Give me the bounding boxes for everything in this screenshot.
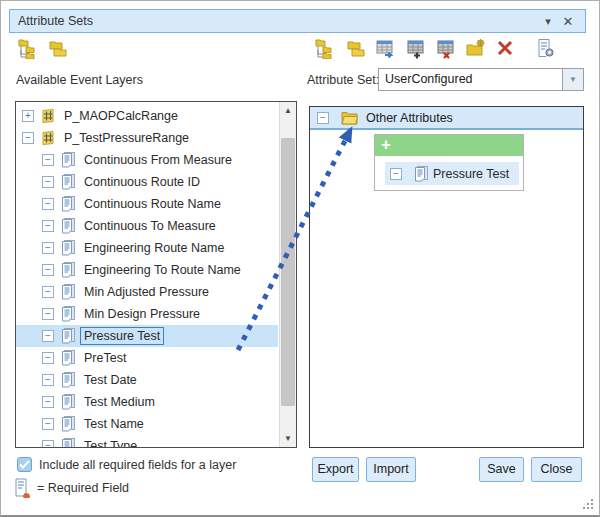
tree-item-label: Min Design Pressure (81, 306, 203, 322)
tree-item-continuous-route-name[interactable]: −Continuous Route Name (16, 193, 278, 215)
attribute-set-value: UserConfigured (379, 69, 562, 90)
tree-item-test-name[interactable]: −Test Name (16, 413, 278, 435)
collapse-icon[interactable]: − (42, 220, 54, 232)
tree-item-label: Min Adjusted Pressure (81, 284, 212, 300)
field-icon (60, 284, 76, 300)
folder-settings-button[interactable] (463, 38, 487, 62)
open-folder-icon (341, 110, 358, 125)
table-remove-icon (435, 38, 456, 63)
folder-settings-icon (465, 38, 486, 63)
export-table-button[interactable] (373, 38, 397, 62)
scroll-down-icon[interactable]: ▼ (280, 430, 296, 447)
include-required-fields-label: Include all required fields for a layer (39, 458, 236, 472)
field-icon (60, 416, 76, 432)
collapse-icon[interactable]: − (42, 418, 54, 430)
attribute-sets-dialog: Attribute Sets ▾ ✕ Available Event Layer… (0, 0, 600, 517)
collapse-icon[interactable]: − (42, 286, 54, 298)
tree-item-label: Continuous Route Name (81, 196, 224, 212)
collapse-icon[interactable]: − (22, 132, 34, 144)
collapse-icon[interactable]: − (42, 154, 54, 166)
add-table-button[interactable] (403, 38, 427, 62)
minimize-icon[interactable]: ▾ (539, 12, 557, 30)
other-attributes-label: Other Attributes (363, 110, 456, 126)
collapse-icon[interactable]: − (42, 352, 54, 364)
tree-item-label: Engineering To Route Name (81, 262, 244, 278)
tree-item-continuous-from-measure[interactable]: −Continuous From Measure (16, 149, 278, 171)
expand-layer-tree-button[interactable] (16, 38, 40, 62)
export-button[interactable]: Export (312, 457, 359, 482)
tree-item-pretest[interactable]: −PreTest (16, 347, 278, 369)
required-field-icon (14, 478, 32, 498)
delete-button[interactable] (493, 38, 517, 62)
expand-icon[interactable]: + (22, 110, 34, 122)
table-add-icon (405, 38, 426, 63)
collapse-icon[interactable]: − (317, 112, 329, 124)
remove-table-button[interactable] (433, 38, 457, 62)
field-icon (413, 166, 429, 182)
include-required-fields-checkbox[interactable] (17, 457, 32, 472)
other-attributes-node[interactable]: − Other Attributes (310, 107, 583, 130)
open-folders-icon (46, 38, 67, 63)
field-icon (60, 438, 76, 448)
tree-item-label: Test Type (81, 438, 140, 448)
collapse-icon[interactable]: − (42, 242, 54, 254)
scrollbar-thumb[interactable] (281, 138, 295, 406)
plus-icon: + (381, 135, 391, 154)
layer-tree-icon (18, 38, 39, 63)
event-layers-tree: +P_MAOPCalcRange−P_TestPressureRange−Con… (16, 105, 278, 448)
tree-item-test-medium[interactable]: −Test Medium (16, 391, 278, 413)
save-button[interactable]: Save (479, 457, 524, 482)
tree-item-label: Pressure Test (81, 328, 163, 344)
collapse-icon: − (390, 168, 402, 180)
tree-item-engineering-to-route-name[interactable]: −Engineering To Route Name (16, 259, 278, 281)
close-button[interactable]: Close (531, 457, 582, 482)
tree-item-p-maopcalcrange[interactable]: +P_MAOPCalcRange (16, 105, 278, 127)
tree-item-continuous-to-measure[interactable]: −Continuous To Measure (16, 215, 278, 237)
tree-item-pressure-test[interactable]: −Pressure Test (16, 325, 278, 347)
resize-grip[interactable] (591, 507, 593, 509)
collapse-layers-button[interactable] (44, 38, 68, 62)
collapse-icon[interactable]: − (42, 374, 54, 386)
available-event-layers-panel: +P_MAOPCalcRange−P_TestPressureRange−Con… (15, 101, 297, 448)
collapse-icon[interactable]: − (42, 308, 54, 320)
tree-item-min-adjusted-pressure[interactable]: −Min Adjusted Pressure (16, 281, 278, 303)
tree-item-label: Engineering Route Name (81, 240, 227, 256)
layer-icon (40, 108, 56, 124)
expand-attribute-tree-button[interactable] (313, 38, 337, 62)
field-icon (60, 262, 76, 278)
tree-scrollbar[interactable]: ▲ ▼ (279, 102, 296, 447)
layer-tree-icon (315, 38, 336, 63)
collapse-icon[interactable]: − (42, 176, 54, 188)
tree-item-p-testpressurerange[interactable]: −P_TestPressureRange (16, 127, 278, 149)
collapse-icon[interactable]: − (42, 396, 54, 408)
collapse-icon[interactable]: − (42, 330, 54, 342)
tree-item-min-design-pressure[interactable]: −Min Design Pressure (16, 303, 278, 325)
tree-item-label: P_TestPressureRange (61, 130, 192, 146)
delete-x-icon (495, 38, 515, 62)
tree-item-test-date[interactable]: −Test Date (16, 369, 278, 391)
tree-item-test-type[interactable]: −Test Type (16, 435, 278, 448)
titlebar[interactable]: Attribute Sets ▾ ✕ (9, 9, 586, 33)
tree-item-continuous-route-id[interactable]: −Continuous Route ID (16, 171, 278, 193)
chevron-down-icon[interactable]: ▼ (562, 69, 583, 90)
close-icon[interactable]: ✕ (559, 12, 577, 30)
collapse-icon[interactable]: − (42, 264, 54, 276)
field-icon (60, 306, 76, 322)
scroll-up-icon[interactable]: ▲ (280, 102, 296, 119)
field-icon (60, 372, 76, 388)
report-settings-icon (535, 38, 556, 63)
field-icon (60, 350, 76, 366)
tree-item-label: Test Medium (81, 394, 158, 410)
check-icon (19, 460, 30, 469)
attribute-set-combobox[interactable]: UserConfigured ▼ (378, 68, 584, 91)
collapse-icon[interactable]: − (42, 440, 54, 448)
field-icon (60, 174, 76, 190)
report-settings-button[interactable] (533, 38, 557, 62)
table-export-icon (375, 38, 396, 63)
collapse-attributes-button[interactable] (342, 38, 366, 62)
field-icon (60, 196, 76, 212)
tree-item-engineering-route-name[interactable]: −Engineering Route Name (16, 237, 278, 259)
import-button[interactable]: Import (366, 457, 416, 482)
collapse-icon[interactable]: − (42, 198, 54, 210)
tree-item-label: PreTest (81, 350, 129, 366)
